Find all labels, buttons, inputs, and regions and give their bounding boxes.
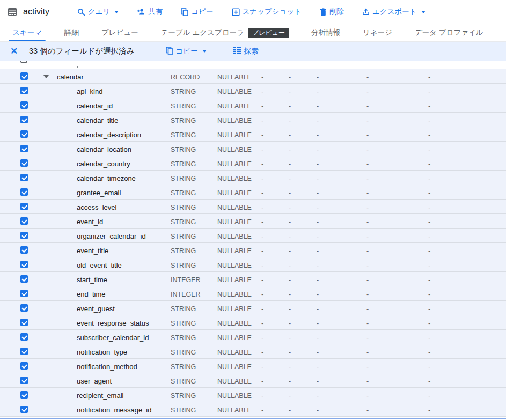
- row-checkbox[interactable]: [20, 188, 28, 196]
- snapshot-button[interactable]: スナップショット: [232, 7, 302, 17]
- table-row[interactable]: access_level STRING NULLABLE - - - - -: [0, 200, 506, 214]
- field-key: -: [261, 131, 263, 139]
- select-all-checkbox[interactable]: [20, 61, 27, 63]
- table-row[interactable]: calendar_title STRING NULLABLE - - - - -: [0, 113, 506, 127]
- field-name: calendar_timezone: [77, 174, 136, 182]
- tab-data-profile[interactable]: データ プロファイル: [404, 24, 495, 41]
- row-checkbox[interactable]: [20, 232, 28, 239]
- query-button[interactable]: クエリ: [77, 7, 119, 17]
- table-row[interactable]: event_response_status STRING NULLABLE - …: [0, 315, 506, 330]
- field-collation: -: [289, 247, 291, 255]
- table-row[interactable]: notification_type STRING NULLABLE - - - …: [0, 344, 506, 359]
- tab-schema[interactable]: スキーマ: [1, 24, 53, 41]
- row-checkbox[interactable]: [20, 217, 28, 225]
- table-row[interactable]: start_time INTEGER NULLABLE - - - - -: [0, 272, 506, 286]
- row-checkbox[interactable]: [20, 72, 28, 80]
- field-default: -: [317, 392, 319, 400]
- share-button[interactable]: 共有: [137, 7, 163, 17]
- table-row[interactable]: calendar_country STRING NULLABLE - - - -…: [0, 156, 506, 171]
- table-row[interactable]: grantee_email STRING NULLABLE - - - - -: [0, 185, 506, 200]
- table-row[interactable]: event_title STRING NULLABLE - - - - -: [0, 243, 506, 257]
- field-type: STRING: [171, 378, 196, 385]
- selection-explore-button[interactable]: 探索: [233, 47, 259, 56]
- table-row[interactable]: notification_message_id STRING NULLABLE …: [0, 402, 506, 417]
- collapse-arrow-icon[interactable]: [43, 75, 49, 78]
- field-collation: -: [289, 334, 291, 342]
- field-description: -: [428, 102, 430, 110]
- table-row[interactable]: calendar_description STRING NULLABLE - -…: [0, 127, 506, 142]
- row-checkbox[interactable]: [20, 304, 28, 312]
- selection-copy-button[interactable]: コピー: [166, 47, 207, 56]
- field-type: STRING: [171, 407, 196, 414]
- field-type: STRING: [171, 146, 196, 153]
- row-checkbox[interactable]: [20, 87, 28, 94]
- selection-explore-label: 探索: [244, 47, 259, 56]
- field-policy-tags: -: [366, 117, 369, 124]
- explore-icon: [233, 47, 241, 56]
- row-checkbox[interactable]: [20, 290, 28, 297]
- row-checkbox[interactable]: [20, 362, 28, 370]
- field-policy-tags: -: [366, 189, 369, 197]
- row-checkbox[interactable]: [20, 246, 28, 254]
- table-row[interactable]: recipient_email STRING NULLABLE - - - - …: [0, 388, 506, 402]
- table-row[interactable]: subscriber_calendar_id STRING NULLABLE -…: [0, 330, 506, 344]
- tab-preview-label: プレビュー: [101, 28, 138, 38]
- field-mode: NULLABLE: [217, 117, 252, 124]
- row-checkbox[interactable]: [20, 275, 28, 283]
- row-checkbox[interactable]: [20, 333, 28, 341]
- row-checkbox[interactable]: [20, 159, 28, 167]
- tab-preview[interactable]: プレビュー: [90, 24, 150, 41]
- field-mode: NULLABLE: [217, 349, 252, 356]
- field-type: STRING: [171, 320, 196, 327]
- row-checkbox[interactable]: [20, 391, 28, 399]
- row-checkbox[interactable]: [20, 203, 28, 210]
- table-row[interactable]: event_id STRING NULLABLE - - - - -: [0, 214, 506, 229]
- field-collation: -: [289, 102, 291, 110]
- table-row[interactable]: event_guest STRING NULLABLE - - - - -: [0, 301, 506, 315]
- table-row[interactable]: notification_method STRING NULLABLE - - …: [0, 359, 506, 373]
- tab-insights[interactable]: 分析情報: [300, 24, 351, 41]
- tab-data-quality[interactable]: データ品質: [495, 24, 506, 41]
- row-checkbox[interactable]: [20, 406, 28, 413]
- row-checkbox[interactable]: [20, 319, 28, 326]
- field-collation: -: [289, 73, 291, 81]
- table-row[interactable]: end_time INTEGER NULLABLE - - - - -: [0, 286, 506, 301]
- field-key: -: [261, 117, 263, 124]
- field-collation: -: [289, 378, 291, 385]
- chevron-down-icon: [114, 11, 119, 13]
- tab-table-explorer[interactable]: テーブル エクスプローラ プレビュー: [150, 24, 300, 41]
- field-name: calendar_location: [77, 145, 131, 153]
- row-checkbox[interactable]: [20, 130, 28, 138]
- table-row[interactable]: calendar RECORD NULLABLE - - - - -: [0, 69, 506, 84]
- delete-button[interactable]: 削除: [320, 7, 344, 17]
- field-mode: NULLABLE: [217, 291, 252, 298]
- row-checkbox[interactable]: [20, 377, 28, 384]
- table-row[interactable]: calendar_timezone STRING NULLABLE - - - …: [0, 171, 506, 185]
- row-checkbox[interactable]: [20, 261, 28, 268]
- table-row[interactable]: user_agent STRING NULLABLE - - - - -: [0, 373, 506, 388]
- field-name: notification_type: [77, 348, 127, 356]
- tab-details[interactable]: 詳細: [53, 24, 90, 41]
- tab-lineage[interactable]: リネージ: [351, 24, 404, 41]
- field-collation: -: [289, 305, 291, 313]
- field-policy-tags: -: [366, 218, 369, 226]
- row-checkbox[interactable]: [20, 116, 28, 123]
- field-type: STRING: [171, 247, 196, 255]
- field-name: grantee_email: [77, 189, 121, 197]
- table-row[interactable]: old_event_title STRING NULLABLE - - - - …: [0, 257, 506, 272]
- row-checkbox[interactable]: [20, 174, 28, 181]
- field-type: STRING: [171, 392, 196, 400]
- table-header-row-clipped: [0, 61, 506, 69]
- row-checkbox[interactable]: [20, 145, 28, 152]
- field-mode: NULLABLE: [217, 276, 252, 284]
- table-row[interactable]: calendar_location STRING NULLABLE - - - …: [0, 142, 506, 156]
- export-button[interactable]: エクスポート: [362, 7, 426, 17]
- row-checkbox[interactable]: [20, 348, 28, 355]
- copy-button[interactable]: コピー: [181, 7, 213, 17]
- field-description: -: [428, 334, 430, 342]
- close-icon[interactable]: ✕: [9, 47, 19, 56]
- table-row[interactable]: organizer_calendar_id STRING NULLABLE - …: [0, 229, 506, 243]
- table-row[interactable]: calendar_id STRING NULLABLE - - - - -: [0, 98, 506, 113]
- row-checkbox[interactable]: [20, 101, 28, 109]
- table-row[interactable]: api_kind STRING NULLABLE - - - - -: [0, 84, 506, 98]
